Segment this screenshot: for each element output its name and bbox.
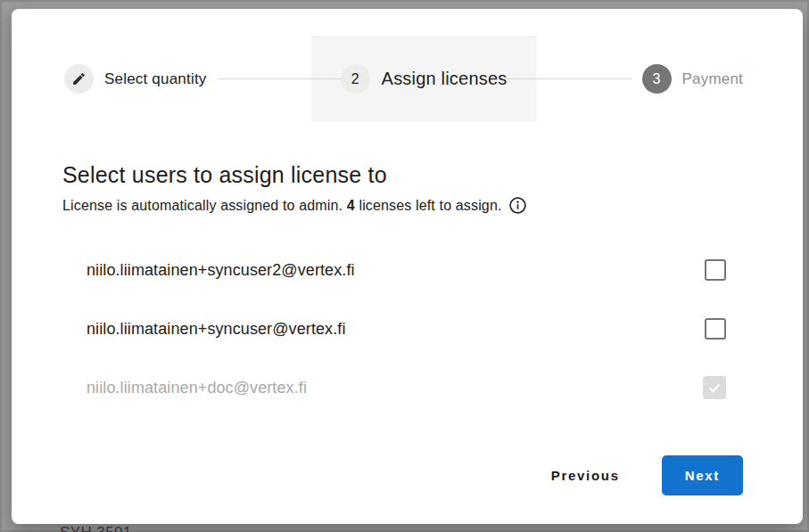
user-row: niilo.liimatainen+syncuser2@vertex.fi	[87, 255, 726, 285]
subtitle-prefix: License is automatically assigned to adm…	[62, 198, 347, 213]
user-checkbox	[703, 376, 726, 399]
step-label-payment: Payment	[682, 70, 744, 88]
subtitle-suffix: licenses left to assign.	[355, 198, 502, 213]
step-3-number-badge: 3	[642, 64, 672, 94]
user-email: niilo.liimatainen+doc@vertex.fi	[87, 379, 307, 397]
screen-background: SYH 3501 Select quantity 2 Assign licens…	[0, 0, 809, 532]
next-button[interactable]: Next	[662, 455, 743, 495]
footer-actions: Previous Next	[549, 455, 743, 495]
check-icon	[706, 380, 722, 396]
stepper: Select quantity 2 Assign licenses 3 Paym…	[64, 36, 743, 122]
assign-licenses-dialog: Select quantity 2 Assign licenses 3 Paym…	[12, 9, 803, 524]
step-assign-licenses[interactable]: 2 Assign licenses	[311, 36, 538, 122]
pencil-icon	[64, 64, 94, 94]
page-title: Select users to assign license to	[62, 162, 752, 188]
step-label-assign-licenses: Assign licenses	[382, 69, 508, 89]
step-select-quantity[interactable]: Select quantity	[64, 64, 207, 94]
background-page-text: SYH 3501	[60, 524, 132, 532]
step-payment: 3 Payment	[642, 64, 744, 94]
user-checkbox[interactable]	[705, 318, 726, 340]
user-row: niilo.liimatainen+doc@vertex.fi	[87, 372, 726, 403]
stepper-connector-1	[218, 78, 342, 79]
info-icon[interactable]	[508, 196, 527, 215]
previous-button[interactable]: Previous	[549, 459, 622, 492]
user-checkbox[interactable]	[705, 259, 726, 281]
step-label-select-quantity: Select quantity	[104, 70, 207, 88]
subtitle: License is automatically assigned to adm…	[62, 196, 752, 215]
user-email: niilo.liimatainen+syncuser2@vertex.fi	[87, 261, 355, 280]
user-row: niilo.liimatainen+syncuser@vertex.fi	[87, 314, 726, 344]
user-email: niilo.liimatainen+syncuser@vertex.fi	[87, 320, 346, 339]
stepper-connector-2	[507, 78, 631, 79]
licenses-left-count: 4	[347, 198, 355, 213]
user-list: niilo.liimatainen+syncuser2@vertex.fi ni…	[87, 255, 726, 403]
step-2-number-badge: 2	[341, 64, 370, 94]
